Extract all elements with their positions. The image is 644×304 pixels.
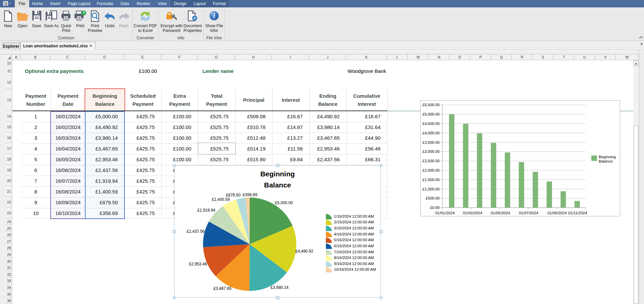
svg-text:?: ?: [83, 11, 85, 15]
svg-text:Balance: Balance: [599, 159, 613, 163]
svg-text:£500.00: £500.00: [426, 196, 440, 200]
svg-text:£1,000.00: £1,000.00: [423, 187, 440, 191]
svg-text:£5,500.00: £5,500.00: [423, 103, 440, 107]
svg-text:01/09/2024: 01/09/2024: [547, 211, 567, 215]
svg-text:£1,500.00: £1,500.00: [423, 178, 440, 182]
svg-text:£4,000.00: £4,000.00: [423, 131, 440, 135]
svg-text:i: i: [213, 12, 215, 19]
svg-text:£3,000.00: £3,000.00: [423, 149, 440, 154]
svg-text:01/03/2024: 01/03/2024: [463, 211, 482, 215]
svg-text:£4,500.00: £4,500.00: [423, 122, 440, 126]
svg-text:Beginning: Beginning: [599, 155, 616, 159]
svg-text:£3,500.00: £3,500.00: [423, 140, 440, 144]
svg-text:£2,500.00: £2,500.00: [423, 159, 440, 163]
svg-text:£0.00: £0.00: [430, 206, 440, 210]
svg-text:£5,000.00: £5,000.00: [423, 112, 440, 116]
svg-text:01/01/2024: 01/01/2024: [435, 211, 455, 215]
svg-text:01/11/2024: 01/11/2024: [568, 211, 587, 215]
svg-text:£2,000.00: £2,000.00: [423, 168, 440, 172]
svg-text:01/05/2024: 01/05/2024: [491, 211, 510, 215]
svg-text:01/07/2024: 01/07/2024: [519, 211, 538, 215]
